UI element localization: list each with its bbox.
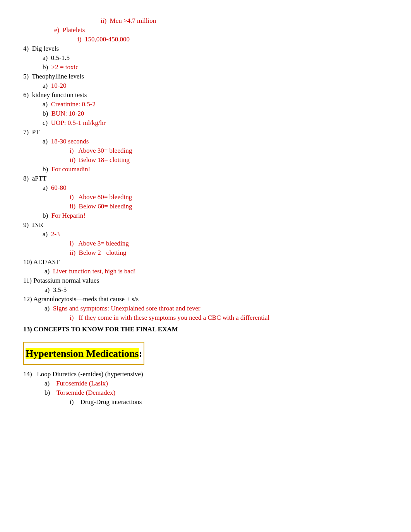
item-4b-text: >2 = toxic: [51, 63, 79, 71]
item-14b-text: [51, 389, 55, 396]
item-6c-text: UOP: 0.5-1 ml/kg/hr: [51, 119, 106, 126]
item-8-aptt-marker: 8): [23, 175, 32, 182]
item-7a-marker: a): [43, 138, 51, 145]
hypertension-heading-colon: :: [139, 348, 142, 359]
item-e-platelets-marker: e): [54, 26, 63, 34]
item-11a-text: 3.5-5: [53, 286, 67, 293]
item-14b-i-text: [75, 398, 79, 406]
item-7a-ii: ii) Below 18= clotting: [23, 156, 388, 164]
item-9a-ii-text: Below 2= clotting: [79, 249, 127, 256]
item-ii-men: ii) Men >4.7 million: [23, 17, 388, 25]
item-8a: a) 60-80: [23, 184, 388, 192]
item-14b-label: Torsemide (Demadex): [57, 389, 115, 396]
item-5-theo-text: Theophylline levels: [32, 73, 84, 80]
item-9a-i: i) Above 3= bleeding: [23, 240, 388, 247]
item-6b-text: BUN: 10-20: [51, 110, 84, 117]
item-5a-text: 10-20: [51, 82, 67, 89]
item-10a: a) Liver function test, high is bad!: [23, 268, 388, 275]
item-10-alt: 10) ALT/AST: [23, 258, 388, 266]
item-8a-i-text: Above 80= bleeding: [78, 193, 132, 201]
item-ii-men-marker: ii): [101, 17, 110, 24]
item-i-platelets-range: i) 150,000-450,000: [23, 36, 388, 43]
item-e-platelets: e) Platelets: [23, 26, 388, 34]
item-13-concepts: 13) CONCEPTS TO KNOW FOR THE FINAL EXAM: [23, 326, 388, 333]
item-11a: a) 3.5-5: [23, 286, 388, 294]
item-4a: a) 0.5-1.5: [23, 54, 388, 62]
item-7a-ii-text: Below 18= clotting: [79, 156, 130, 164]
item-4b: b) >2 = toxic: [23, 63, 388, 71]
item-4a-text: 0.5-1.5: [51, 54, 70, 61]
item-4-dig: 4) Dig levels: [23, 45, 388, 53]
item-i-platelets-range-marker: i): [77, 36, 85, 43]
item-8a-ii-text: Below 60= bleeding: [79, 203, 132, 210]
item-8a-i-marker: i): [70, 193, 78, 201]
item-6-kidney-text: kidney function tests: [32, 91, 87, 99]
item-8a-text: 60-80: [51, 184, 67, 191]
item-6c: c) UOP: 0.5-1 ml/kg/hr: [23, 119, 388, 127]
item-12a-i-text: If they come in with these symptoms you …: [79, 314, 269, 321]
item-14b: b) Torsemide (Demadex): [23, 389, 388, 397]
item-7-pt-marker: 7): [23, 128, 32, 136]
item-5a: a) 10-20: [23, 82, 388, 90]
item-7b-marker: b): [43, 165, 51, 173]
item-9a-marker: a): [43, 230, 51, 238]
item-6-kidney: 6) kidney function tests: [23, 91, 388, 99]
item-6c-marker: c): [43, 119, 51, 126]
item-14b-marker: b): [45, 389, 50, 396]
item-7a-i: i) Above 30= bleeding: [23, 147, 388, 155]
item-6-kidney-marker: 6): [23, 91, 32, 99]
item-6a: a) Creatinine: 0.5-2: [23, 101, 388, 108]
item-14a-label: Furosemide (Lasix): [56, 380, 108, 387]
item-14a-text: [51, 380, 55, 387]
item-14b-i-marker: i): [70, 398, 74, 406]
item-4-dig-marker: 4): [23, 45, 32, 52]
item-6b-marker: b): [43, 110, 51, 117]
item-12a-i-marker: i): [70, 314, 79, 321]
item-7b: b) For coumadin!: [23, 165, 388, 173]
item-12-agran-marker: 12): [23, 295, 33, 303]
item-8-aptt: 8) aPTT: [23, 175, 388, 182]
item-5-theo-marker: 5): [23, 73, 32, 80]
item-14a-marker: a): [45, 380, 50, 387]
item-12a-text: Signs and symptoms: Unexplained sore thr…: [53, 305, 200, 312]
item-4-dig-text: Dig levels: [32, 45, 59, 52]
item-10-alt-text: ALT/AST: [33, 258, 60, 266]
item-7a-i-text: Above 30= bleeding: [78, 147, 132, 154]
item-9a-text: 2-3: [51, 230, 60, 238]
item-4a-marker: a): [43, 54, 51, 61]
item-ii-men-text: Men >4.7 million: [110, 17, 156, 24]
item-9a-i-text: Above 3= bleeding: [78, 240, 128, 247]
item-5a-marker: a): [43, 82, 51, 89]
item-9-inr: 9) INR: [23, 221, 388, 229]
item-7-pt: 7) PT: [23, 128, 388, 136]
hypertension-heading-highlighted: Hypertension Medications: [26, 348, 139, 359]
item-8b: b) For Heparin!: [23, 212, 388, 220]
item-12-agran-text: Agranulocytosis—meds that cause + s/s: [33, 295, 139, 303]
item-7a-ii-marker: ii): [70, 156, 79, 164]
item-9a-i-marker: i): [70, 240, 78, 247]
item-10-alt-marker: 10): [23, 258, 33, 266]
item-7b-text: For coumadin!: [51, 165, 91, 173]
item-11-potassium-text: Potassium normal values: [33, 277, 99, 284]
item-8a-marker: a): [43, 184, 51, 191]
item-14-text: [34, 370, 35, 378]
item-11-potassium: 11) Potassium normal values: [23, 277, 388, 285]
item-8a-i: i) Above 80= bleeding: [23, 193, 388, 201]
item-5-theo: 5) Theophylline levels: [23, 73, 388, 80]
item-11-potassium-marker: 11): [23, 277, 33, 284]
item-13-marker: 13): [23, 326, 32, 333]
item-14b-i-label: Drug-Drug interactions: [80, 398, 142, 406]
item-14-label: Loop Diuretics (-emides) (hypertensive): [37, 370, 143, 378]
item-8b-marker: b): [43, 212, 51, 219]
item-13-label: CONCEPTS TO KNOW FOR THE FINAL EXAM: [34, 326, 178, 333]
item-8a-ii-marker: ii): [70, 203, 79, 210]
item-7-pt-text: PT: [32, 128, 40, 136]
item-10a-marker: a): [45, 268, 53, 275]
item-4b-marker: b): [43, 63, 51, 71]
item-i-platelets-range-text: 150,000-450,000: [85, 36, 130, 43]
item-14: 14) Loop Diuretics (-emides) (hypertensi…: [23, 370, 388, 378]
item-8b-text: For Heparin!: [51, 212, 86, 219]
item-9a: a) 2-3: [23, 230, 388, 238]
item-9-inr-text: INR: [32, 221, 43, 228]
item-6a-marker: a): [43, 101, 51, 108]
